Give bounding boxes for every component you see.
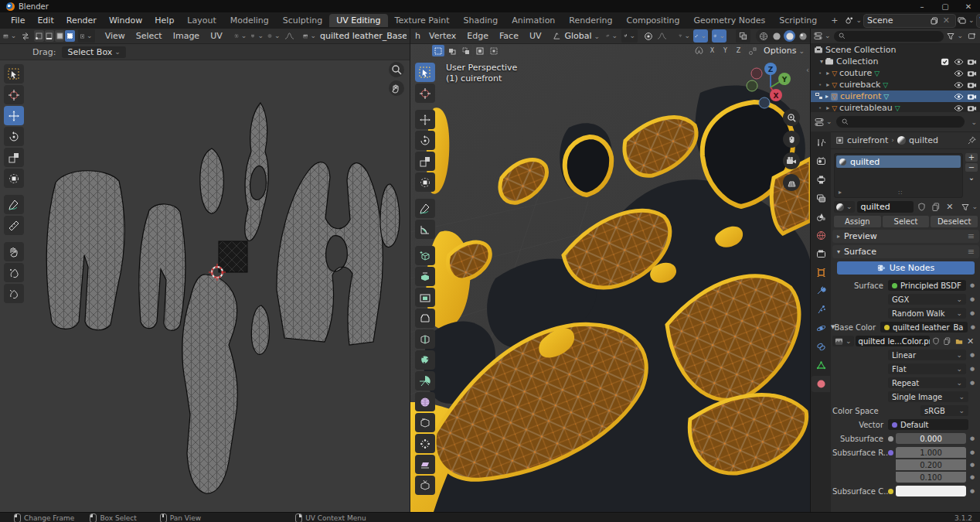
- properties-editor-type-icon[interactable]: [815, 116, 832, 128]
- select-button[interactable]: Select: [883, 216, 930, 227]
- open-image-folder-icon[interactable]: [953, 336, 965, 347]
- add-slot-button[interactable]: +: [965, 153, 978, 162]
- extension-dropdown[interactable]: Repeat: [888, 377, 966, 388]
- uv-select-face-icon[interactable]: [55, 30, 64, 42]
- vp-tool-annotate[interactable]: [415, 199, 435, 218]
- fake-user-shield-icon[interactable]: [930, 336, 941, 347]
- outliner-row-cuireback[interactable]: • ▸ ▽ cuireback ▽: [811, 79, 980, 90]
- zoom-icon[interactable]: [783, 109, 800, 126]
- outliner-row-cuirefront[interactable]: ▸ ▽ cuirefront ▽: [811, 90, 980, 102]
- workspace-tab-texture-paint[interactable]: Texture Paint: [388, 14, 457, 27]
- unlink-image-icon[interactable]: ✕: [965, 336, 976, 347]
- subsurface-radius-y[interactable]: 0.200: [896, 459, 966, 470]
- tab-modifiers[interactable]: [812, 283, 830, 299]
- editor-type-icon[interactable]: [3, 30, 16, 42]
- viewport-menu-clipped[interactable]: h: [412, 31, 424, 41]
- snap-magnet-icon[interactable]: [621, 29, 638, 43]
- menu-render[interactable]: Render: [60, 15, 103, 26]
- scene-browse-icon[interactable]: [845, 15, 862, 26]
- eye-icon[interactable]: [954, 93, 964, 101]
- subsurface-slider[interactable]: 0.000: [896, 433, 966, 444]
- mode-pill-2[interactable]: [446, 45, 458, 56]
- menu-file[interactable]: File: [5, 15, 31, 26]
- viewport-menu-face[interactable]: Face: [494, 31, 524, 41]
- viewport-canvas[interactable]: [410, 43, 811, 512]
- image-name[interactable]: quilted leather_BaseColor.pn: [320, 31, 407, 41]
- subsurface-radius-z[interactable]: 0.100: [896, 472, 966, 483]
- viewport-menu-edge[interactable]: Edge: [461, 31, 494, 41]
- breadcrumb-object[interactable]: cuirefront: [847, 135, 888, 145]
- mode-pill-1[interactable]: [432, 45, 444, 56]
- proportional-edit-icon[interactable]: [642, 30, 654, 42]
- unlink-material-icon[interactable]: ✕: [944, 201, 955, 213]
- slot-specials-dropdown[interactable]: ⌄: [965, 173, 978, 182]
- maximize-button[interactable]: ▢: [934, 0, 957, 12]
- mirror-icon[interactable]: [693, 45, 705, 56]
- tab-data[interactable]: [812, 357, 830, 374]
- remove-slot-button[interactable]: −: [965, 163, 978, 172]
- tab-view-layer[interactable]: [812, 190, 830, 206]
- vp-tool-shear[interactable]: [415, 455, 435, 474]
- browse-image-icon[interactable]: [832, 336, 854, 346]
- uv-pan-icon[interactable]: [389, 80, 404, 96]
- copy-image-icon[interactable]: [941, 336, 953, 347]
- tab-scene[interactable]: [812, 209, 830, 225]
- vp-tool-transform[interactable]: [415, 172, 435, 192]
- shading-material-icon[interactable]: [784, 30, 795, 42]
- properties-options-dropdown[interactable]: [968, 117, 977, 127]
- workspace-tab-modeling[interactable]: Modeling: [223, 14, 276, 27]
- mirror-x-toggle[interactable]: X: [707, 45, 717, 56]
- eye-icon[interactable]: [954, 104, 964, 112]
- vp-tool-rotate[interactable]: [415, 131, 435, 150]
- pan-icon[interactable]: [783, 131, 800, 148]
- uv-proportional-edit-icon[interactable]: [267, 30, 281, 42]
- menu-edit[interactable]: Edit: [31, 15, 60, 26]
- viewlayer-selector[interactable]: ViewLayer ✕: [976, 14, 980, 28]
- surface-panel-header[interactable]: ▾ Surface ≡: [832, 245, 979, 258]
- expand-icon[interactable]: ▸: [826, 104, 829, 111]
- vp-tool-add-cube[interactable]: [415, 246, 435, 265]
- use-nodes-button[interactable]: Use Nodes: [837, 261, 975, 275]
- workspace-tab-sculpting[interactable]: Sculpting: [276, 14, 329, 27]
- interpolation-dropdown[interactable]: Linear: [888, 350, 966, 360]
- vp-tool-smooth[interactable]: [415, 392, 435, 411]
- vp-tool-spin[interactable]: [415, 371, 435, 391]
- subsurface-radius-x[interactable]: 1.000: [896, 447, 966, 458]
- resize-grip-icon[interactable]: ∷: [899, 189, 903, 196]
- outliner-row-scene-collection[interactable]: Scene Collection: [811, 44, 980, 56]
- vp-tool-measure[interactable]: [415, 220, 435, 239]
- tab-material[interactable]: [812, 376, 830, 392]
- outliner-display-mode-icon[interactable]: [814, 30, 831, 42]
- drag-mode-dropdown[interactable]: Select Box: [62, 46, 125, 58]
- copy-material-icon[interactable]: [930, 201, 941, 213]
- preview-panel-header[interactable]: ▸ Preview ≡: [832, 230, 979, 243]
- unlink-scene-icon[interactable]: ✕: [941, 15, 952, 26]
- pivot-point-icon[interactable]: [679, 30, 690, 42]
- workspace-tab-shading[interactable]: Shading: [457, 14, 505, 27]
- vp-tool-select-box[interactable]: [415, 63, 435, 82]
- shading-wireframe-icon[interactable]: [757, 30, 769, 42]
- tab-output[interactable]: [812, 172, 830, 188]
- uv-select-edge-icon[interactable]: [45, 30, 54, 42]
- vp-tool-extrude[interactable]: [415, 267, 435, 286]
- projection-dropdown[interactable]: Flat: [888, 363, 966, 374]
- camera-icon[interactable]: [967, 81, 977, 89]
- expand-icon[interactable]: ▸: [826, 81, 829, 88]
- viewport-menu-uv[interactable]: UV: [524, 31, 547, 41]
- deselect-button[interactable]: Deselect: [931, 216, 978, 227]
- workspace-tab-animation[interactable]: Animation: [505, 14, 562, 27]
- camera-icon[interactable]: [967, 93, 977, 101]
- uv-menu-image[interactable]: Image: [168, 31, 205, 41]
- xray-toggle-icon[interactable]: [736, 29, 750, 43]
- outliner-filter-icon[interactable]: [947, 30, 963, 42]
- vp-tool-move[interactable]: [415, 110, 435, 129]
- mode-pill-5[interactable]: [488, 45, 500, 56]
- color-space-dropdown[interactable]: sRGB: [920, 405, 968, 416]
- options-dropdown[interactable]: Options: [764, 46, 805, 56]
- workspace-tab-rendering[interactable]: Rendering: [562, 14, 619, 27]
- scene-selector[interactable]: Scene ✕: [863, 14, 956, 28]
- collapse-icon[interactable]: ▼: [831, 324, 835, 330]
- mode-pill-4[interactable]: [474, 45, 486, 56]
- surface-shader-chip[interactable]: Principled BSDF: [888, 280, 966, 291]
- properties-search-input[interactable]: [836, 116, 965, 128]
